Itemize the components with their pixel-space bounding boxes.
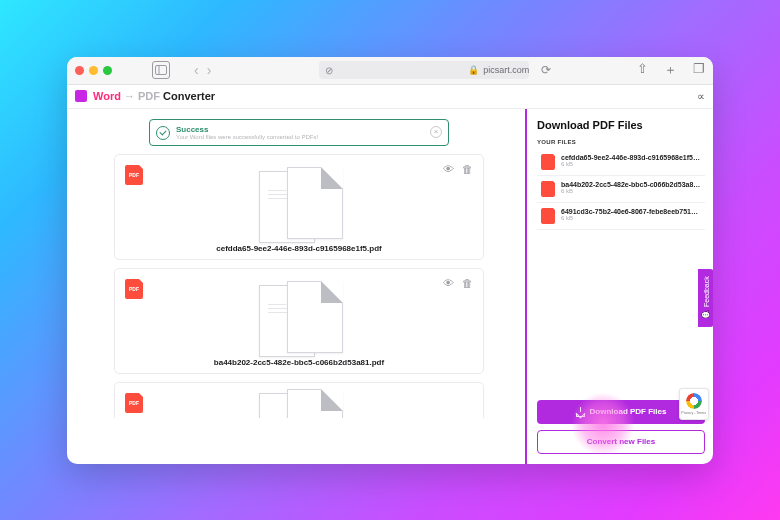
traffic-lights <box>75 66 112 75</box>
check-circle-icon <box>156 126 170 140</box>
pdf-file-icon <box>541 181 555 197</box>
banner-close-button[interactable]: × <box>430 126 442 138</box>
delete-trash-icon[interactable]: 🗑 <box>462 163 473 175</box>
pdf-file-icon <box>541 154 555 170</box>
pdf-badge-icon: PDF <box>125 393 143 413</box>
tabs-button[interactable]: ❐ <box>693 61 705 79</box>
shield-icon: ⊘ <box>325 65 333 76</box>
file-name: cefdda65-9ee2-446e-893d-c9165968e1f5.pdf <box>561 154 701 161</box>
file-item[interactable]: cefdda65-9ee2-446e-893d-c9165968e1f5.pdf… <box>537 149 705 176</box>
lock-icon: 🔒 <box>468 65 479 75</box>
pdf-badge-icon: PDF <box>125 165 143 185</box>
forward-button[interactable]: › <box>207 63 212 77</box>
file-item[interactable]: 6491cd3c-75b2-40e6-8067-febe8eeb7516.pdf… <box>537 203 705 230</box>
close-window-button[interactable] <box>75 66 84 75</box>
reload-button[interactable]: ⟳ <box>541 63 551 77</box>
file-name: ba44b202-2cc5-482e-bbc5-c066b2d53a81.pdf <box>561 181 701 188</box>
preview-filename: ba44b202-2cc5-482e-bbc5-c066b2d53a81.pdf <box>125 358 473 367</box>
recaptcha-icon <box>686 393 702 409</box>
your-files-label: YOUR FILES <box>537 139 705 145</box>
page-title: Word → PDF Converter <box>93 90 215 102</box>
pdf-badge-icon: PDF <box>125 279 143 299</box>
file-size: 6 kB <box>561 215 701 221</box>
banner-title: Success <box>176 125 440 134</box>
download-heading: Download PDF Files <box>537 119 705 131</box>
sidebar-toggle-button[interactable] <box>152 61 170 79</box>
delete-trash-icon[interactable]: 🗑 <box>462 277 473 289</box>
url-host: picsart.com <box>483 65 529 75</box>
convert-new-button[interactable]: Convert new Files <box>537 430 705 454</box>
chat-icon: 💬 <box>702 310 710 319</box>
file-size: 6 kB <box>561 188 701 194</box>
doc-thumbnail <box>249 287 349 352</box>
preview-eye-icon[interactable]: 👁 <box>443 277 454 289</box>
new-tab-button[interactable]: ＋ <box>664 61 677 79</box>
svg-rect-0 <box>156 66 167 75</box>
preview-card: PDF <box>114 382 484 418</box>
file-name: 6491cd3c-75b2-40e6-8067-febe8eeb7516.pdf <box>561 208 701 215</box>
feedback-tab[interactable]: 💬 Feedback <box>698 269 713 327</box>
minimize-window-button[interactable] <box>89 66 98 75</box>
nav-arrows: ‹ › <box>194 63 211 77</box>
brand-logo-icon <box>75 90 87 102</box>
maximize-window-button[interactable] <box>103 66 112 75</box>
file-item[interactable]: ba44b202-2cc5-482e-bbc5-c066b2d53a81.pdf… <box>537 176 705 203</box>
app-header: Word → PDF Converter ∝ <box>67 85 713 109</box>
recaptcha-badge[interactable]: Privacy - Terms <box>679 388 709 420</box>
download-icon <box>576 407 585 416</box>
browser-window: ‹ › ⊘ 🔒 picsart.com ⟳ ⇧ ＋ ❐ Word → PDF C… <box>67 57 713 464</box>
doc-thumbnail <box>249 395 349 418</box>
browser-chrome: ‹ › ⊘ 🔒 picsart.com ⟳ ⇧ ＋ ❐ <box>67 57 713 85</box>
preview-eye-icon[interactable]: 👁 <box>443 163 454 175</box>
share-button[interactable]: ⇧ <box>637 61 648 79</box>
pdf-file-icon <box>541 208 555 224</box>
doc-thumbnail <box>249 173 349 238</box>
download-panel: Download PDF Files YOUR FILES cefdda65-9… <box>525 109 713 464</box>
success-banner: Success Your Word files were successfull… <box>149 119 449 146</box>
file-size: 6 kB <box>561 161 701 167</box>
preview-card: PDF 👁 🗑 ba44b202-2cc5-482e-bbc5-c066b2d5… <box>114 268 484 374</box>
preview-filename: cefdda65-9ee2-446e-893d-c9165968e1f5.pdf <box>125 244 473 253</box>
address-bar[interactable]: ⊘ 🔒 picsart.com ⟳ <box>319 61 529 79</box>
preview-pane: Success Your Word files were successfull… <box>67 109 525 464</box>
banner-subtitle: Your Word files were successfully conver… <box>176 134 440 140</box>
back-button[interactable]: ‹ <box>194 63 199 77</box>
page-share-icon[interactable]: ∝ <box>697 90 705 103</box>
preview-card: PDF 👁 🗑 cefdda65-9ee2-446e-893d-c9165968… <box>114 154 484 260</box>
